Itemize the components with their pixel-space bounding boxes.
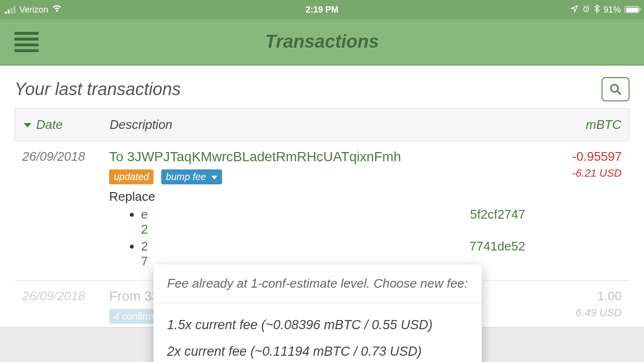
page-title: Transactions <box>265 31 379 52</box>
section-title: Your last transactions <box>14 79 181 99</box>
bluetooth-icon <box>594 4 600 15</box>
caret-down-icon <box>211 176 217 180</box>
transaction-amount: -0.95597 -6.21 USD <box>525 149 622 270</box>
ios-status-bar: Verizon 2:19 PM 91% <box>0 0 644 19</box>
column-header-description: Description <box>110 117 539 132</box>
status-time: 2:19 PM <box>306 5 338 15</box>
amount-usd: 6.49 USD <box>525 306 622 319</box>
location-icon <box>571 5 578 15</box>
amount-mbtc: -0.95597 <box>525 149 622 164</box>
bump-fee-popover: Fee already at 1-conf-estimate level. Ch… <box>154 265 482 362</box>
transaction-date: 26/09/2018 <box>22 149 109 270</box>
amount-mbtc: 1.00 <box>525 289 622 304</box>
svg-line-2 <box>617 91 620 94</box>
menu-button[interactable] <box>14 32 39 52</box>
alarm-icon <box>582 5 590 15</box>
content-area: Your last transactions Date Description … <box>0 66 644 362</box>
battery-icon <box>625 6 639 13</box>
replaced-tx-list: e 5f2cf2747 2 2 7741de52 7 <box>141 206 525 270</box>
column-date-label: Date <box>36 117 63 132</box>
battery-pct: 91% <box>603 5 621 15</box>
search-icon <box>609 83 622 96</box>
column-header-date[interactable]: Date <box>23 117 110 132</box>
amount-usd: -6.21 USD <box>525 167 622 180</box>
search-button[interactable] <box>602 77 630 101</box>
replaced-tx[interactable]: e 5f2cf2747 2 <box>141 206 525 238</box>
transaction-amount: 1.00 6.49 USD <box>525 289 622 324</box>
replaces-label: Replace <box>109 189 525 204</box>
carrier-label: Verizon <box>19 5 48 15</box>
status-right: 91% <box>571 4 639 15</box>
transaction-date: 26/09/2018 <box>22 289 109 324</box>
table-header: Date Description mBTC <box>14 108 630 141</box>
transaction-row[interactable]: 26/09/2018 To 3JWPJTaqKMwrcBLadetRmRHcUA… <box>14 141 630 281</box>
fee-option[interactable]: 2x current fee (~0.11194 mBTC / 0.73 USD… <box>167 338 468 362</box>
wifi-icon <box>52 5 62 15</box>
transaction-description: To 3JWPJTaqKMwrcBLadetRmRHcUATqixnFmh up… <box>109 149 525 270</box>
fee-option[interactable]: 1.5x current fee (~0.08396 mBTC / 0.55 U… <box>167 312 468 338</box>
chevron-down-icon <box>23 117 32 132</box>
popover-heading: Fee already at 1-conf-estimate level. Ch… <box>154 265 482 303</box>
column-header-amount[interactable]: mBTC <box>539 117 621 132</box>
transaction-address: To 3JWPJTaqKMwrcBLadetRmRHcUATqixnFmh <box>109 149 525 165</box>
cellular-signal-icon <box>5 6 15 14</box>
updated-badge: updated <box>109 169 154 184</box>
app-header: Transactions <box>0 19 644 66</box>
bump-fee-button[interactable]: bump fee <box>161 169 223 184</box>
status-left: Verizon <box>5 5 62 15</box>
